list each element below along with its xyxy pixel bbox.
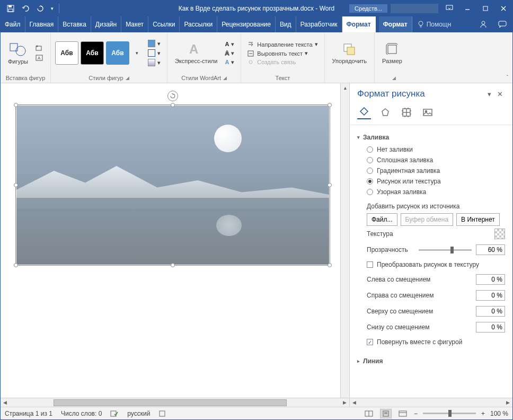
resize-handle-nw[interactable]	[14, 103, 18, 107]
tab-mailings[interactable]: Рассылки	[180, 16, 217, 32]
zoom-level[interactable]: 100 %	[490, 410, 508, 417]
resize-handle-se[interactable]	[328, 263, 332, 267]
effects-tab[interactable]	[378, 106, 392, 119]
resize-handle-n[interactable]	[171, 103, 175, 107]
tab-format-picture[interactable]: Формат	[379, 16, 412, 32]
print-layout-button[interactable]	[380, 409, 392, 418]
offset-left-input[interactable]	[476, 274, 505, 285]
arrange-button[interactable]: Упорядочить	[329, 41, 370, 65]
text-effects-button[interactable]: A▾	[223, 58, 236, 66]
align-text-button[interactable]: Выровнять текст ▾	[245, 49, 320, 57]
insert-from-file-button[interactable]: Файл...	[367, 213, 397, 226]
close-button[interactable]	[494, 1, 512, 16]
zoom-in-button[interactable]: +	[481, 410, 485, 417]
ribbon-options-button[interactable]	[440, 1, 458, 16]
tab-developer[interactable]: Разработчик	[296, 16, 342, 32]
offset-top-input[interactable]	[476, 306, 505, 317]
vertical-scrollbar[interactable]: ▲	[340, 83, 349, 398]
undo-button[interactable]	[19, 2, 32, 15]
document-canvas[interactable]: ▲ ◀ ▶	[1, 83, 349, 407]
text-box-button[interactable]: A	[33, 54, 46, 62]
resize-handle-w[interactable]	[14, 183, 18, 187]
qat-customize-icon[interactable]: ▾	[48, 2, 56, 15]
zoom-slider[interactable]	[423, 413, 476, 414]
rotate-with-shape-checkbox[interactable]: ✓Повернуть вместе с фигурой	[357, 335, 505, 349]
spell-check-icon[interactable]	[110, 410, 119, 417]
tab-review[interactable]: Рецензирование	[217, 16, 276, 32]
picture-fill-radio[interactable]: Рисунок или текстура	[357, 176, 505, 187]
gradient-fill-radio[interactable]: Градиентная заливка	[357, 165, 505, 176]
layout-tab[interactable]	[400, 106, 413, 119]
scroll-left-icon[interactable]: ◀	[1, 398, 10, 407]
scroll-up-icon[interactable]: ▲	[341, 83, 349, 92]
selected-picture[interactable]	[16, 106, 329, 265]
picture-tab[interactable]	[421, 106, 435, 119]
redo-button[interactable]	[33, 2, 47, 15]
offset-bottom-input[interactable]	[476, 322, 505, 332]
tell-me-search[interactable]: Помощн	[412, 16, 457, 32]
resize-handle-ne[interactable]	[328, 103, 332, 107]
no-fill-radio[interactable]: Нет заливки	[357, 144, 505, 155]
shape-effects-button[interactable]: ▾	[146, 58, 163, 67]
transparency-input[interactable]	[476, 244, 505, 255]
text-fill-button[interactable]: A▾	[223, 40, 236, 48]
resize-handle-s[interactable]	[171, 263, 175, 267]
word-count-status[interactable]: Число слов: 0	[61, 410, 102, 417]
shape-fill-button[interactable]: ▾	[146, 39, 163, 48]
quick-styles-button[interactable]: A Экспресс-стили	[172, 41, 220, 65]
tab-insert[interactable]: Вставка	[58, 16, 91, 32]
offset-right-input[interactable]	[476, 290, 505, 301]
save-button[interactable]	[4, 2, 17, 15]
shape-outline-button[interactable]: ▾	[146, 49, 163, 57]
shape-style-1[interactable]: Абв	[55, 41, 78, 65]
shape-style-3[interactable]: Абв	[106, 41, 129, 65]
text-direction-button[interactable]: Направление текста ▾	[245, 40, 320, 48]
line-section-header[interactable]: ▸Линия	[357, 354, 505, 368]
tab-home[interactable]: Главная	[25, 16, 59, 32]
web-layout-button[interactable]	[397, 409, 409, 418]
pane-scrollbar[interactable]: ◀ ▶	[350, 398, 512, 407]
fill-section-header[interactable]: ▾Заливка	[357, 130, 505, 144]
insert-from-online-button[interactable]: В Интернет	[456, 213, 500, 226]
tab-file[interactable]: Файл	[1, 16, 25, 32]
tab-references[interactable]: Ссылки	[148, 16, 180, 32]
size-button[interactable]: Размер	[379, 41, 405, 65]
macro-record-icon[interactable]	[158, 410, 166, 417]
collapse-ribbon-icon[interactable]: ˆ	[507, 75, 508, 81]
pane-options-icon[interactable]: ▾	[484, 89, 494, 99]
pane-close-icon[interactable]: ✕	[494, 89, 505, 99]
horizontal-scrollbar[interactable]: ◀ ▶	[1, 398, 349, 407]
scroll-thumb[interactable]	[54, 399, 287, 406]
read-mode-button[interactable]	[363, 409, 375, 418]
shape-styles-more[interactable]: ▾	[134, 50, 140, 56]
tab-design[interactable]: Дизайн	[91, 16, 121, 32]
pane-scroll-left-icon[interactable]: ◀	[350, 398, 359, 407]
comments-icon[interactable]	[498, 20, 507, 29]
language-status[interactable]: русский	[127, 410, 150, 417]
resize-handle-e[interactable]	[328, 183, 332, 187]
wordart-launcher[interactable]: ◢	[223, 75, 227, 81]
pattern-fill-radio[interactable]: Узорная заливка	[357, 187, 505, 197]
page-number-status[interactable]: Страница 1 из 1	[5, 410, 52, 417]
tab-layout[interactable]: Макет	[121, 16, 148, 32]
solid-fill-radio[interactable]: Сплошная заливка	[357, 155, 505, 165]
resize-handle-sw[interactable]	[14, 263, 18, 267]
fill-line-tab[interactable]	[357, 106, 371, 119]
minimize-button[interactable]	[458, 1, 476, 16]
scroll-right-icon[interactable]: ▶	[340, 398, 349, 407]
pane-scroll-right-icon[interactable]: ▶	[503, 398, 512, 407]
size-launcher[interactable]: ◢	[392, 75, 396, 81]
tile-checkbox[interactable]: Преобразовать рисунок в текстуру	[357, 258, 505, 272]
tab-view[interactable]: Вид	[276, 16, 296, 32]
text-outline-button[interactable]: A▾	[223, 49, 236, 57]
transparency-slider[interactable]	[419, 249, 472, 251]
shape-styles-launcher[interactable]: ◢	[126, 75, 129, 81]
texture-picker[interactable]	[494, 229, 505, 239]
share-icon[interactable]	[479, 20, 488, 29]
account-area[interactable]	[391, 4, 438, 13]
zoom-out-button[interactable]: −	[414, 410, 418, 417]
tab-format[interactable]: Формат	[342, 16, 376, 32]
shapes-gallery-button[interactable]: Фигуры	[5, 40, 31, 66]
edit-shape-button[interactable]	[33, 44, 46, 52]
shape-style-2[interactable]: Абв	[81, 41, 104, 65]
